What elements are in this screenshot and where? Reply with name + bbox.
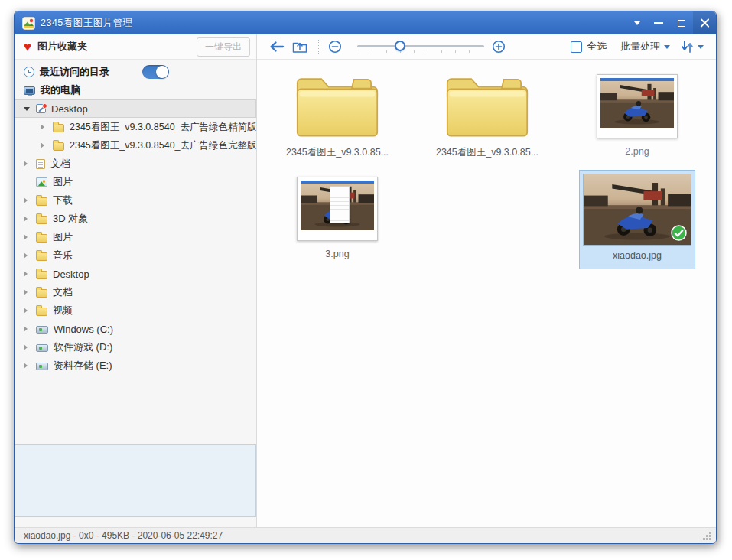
folder-item[interactable]: 2345看图王_v9.3.0.85... (412, 67, 562, 170)
zoom-in-icon (492, 40, 506, 54)
expand-arrow-icon[interactable] (24, 326, 36, 332)
file-label: xiaodao.jpg (613, 250, 662, 261)
image-item-selected[interactable]: xiaodao.jpg (562, 170, 712, 272)
export-button[interactable] (292, 40, 307, 54)
expand-arrow-icon[interactable] (24, 344, 36, 350)
file-label: 3.png (325, 249, 349, 259)
sidebar-item-12[interactable]: 文档 (15, 283, 256, 301)
app-logo-icon (22, 17, 35, 30)
folder-icon (293, 72, 382, 141)
select-all-checkbox[interactable] (571, 41, 582, 53)
expand-arrow-icon[interactable] (41, 142, 53, 148)
toolbar: 全选 批量处理 (257, 34, 716, 60)
zoom-out-button[interactable] (328, 40, 342, 54)
expand-arrow-icon[interactable] (24, 271, 36, 277)
expand-arrow-icon[interactable] (24, 308, 36, 314)
caret-down-icon[interactable] (698, 45, 704, 49)
window-title: 2345看图王图片管理 (41, 17, 627, 30)
picture-icon (36, 177, 47, 187)
titlebar[interactable]: 2345看图王图片管理 (15, 11, 716, 34)
preview-panel (15, 444, 256, 517)
status-text: xiaodao.jpg - 0x0 - 495KB - 2020-06-05 2… (24, 530, 223, 541)
drive-icon (36, 363, 48, 370)
sidebar-item-1[interactable]: 我的电脑 (15, 81, 256, 99)
expand-arrow-icon[interactable] (24, 107, 36, 111)
sidebar-item-8[interactable]: 3D 对象 (15, 210, 256, 228)
desktop-icon (36, 104, 46, 113)
computer-icon (24, 86, 35, 95)
expand-arrow-icon[interactable] (24, 289, 36, 295)
image-thumbnail[interactable] (597, 74, 678, 138)
sort-button[interactable] (681, 41, 694, 53)
sidebar-item-13[interactable]: 视频 (15, 301, 256, 320)
minimize-button[interactable] (647, 11, 670, 34)
sidebar-item-4[interactable]: 2345看图王_v9.3.0.8540_去广告绿色完整版 (15, 136, 256, 155)
sidebar-item-7[interactable]: 下载 (15, 191, 256, 210)
sidebar-item-9[interactable]: 图片 (15, 228, 256, 246)
folder-icon (36, 289, 47, 298)
export-folder-icon (292, 40, 307, 54)
thumbnail-size-slider[interactable] (357, 38, 484, 55)
expand-arrow-icon[interactable] (24, 363, 36, 369)
selected-check-icon (671, 225, 687, 241)
maximize-button[interactable] (670, 11, 693, 34)
folder-icon (36, 271, 47, 279)
expand-arrow-icon[interactable] (24, 216, 36, 222)
back-arrow-icon (268, 41, 285, 53)
sidebar-item-0[interactable]: 最近访问的目录 (15, 63, 256, 81)
favorites-title: 图片收藏夹 (37, 40, 197, 54)
sidebar-item-5[interactable]: 文档 (15, 155, 256, 173)
sidebar-item-10[interactable]: 音乐 (15, 246, 256, 265)
sidebar-item-6[interactable]: 图片 (15, 173, 256, 191)
selection-highlight[interactable]: xiaodao.jpg (579, 170, 695, 269)
folder-icon (36, 252, 47, 261)
heart-icon: ♥ (24, 41, 31, 54)
sidebar-item-11[interactable]: Desktop (15, 265, 256, 283)
export-all-button[interactable]: 一键导出 (197, 37, 250, 57)
statusbar: xiaodao.jpg - 0x0 - 495KB - 2020-06-05 2… (15, 527, 716, 543)
folder-icon (36, 216, 47, 224)
sidebar-item-16[interactable]: 资料存储 (E:) (15, 357, 256, 375)
folder-thumb[interactable] (293, 67, 382, 141)
expand-arrow-icon[interactable] (41, 124, 53, 130)
sidebar-item-15[interactable]: 软件游戏 (D:) (15, 338, 256, 357)
resize-grip[interactable] (703, 531, 712, 540)
image-item[interactable]: 2.png (562, 67, 712, 170)
file-label: 2.png (625, 146, 649, 157)
sort-arrows-icon (681, 41, 694, 53)
folder-item[interactable]: 2345看图王_v9.3.0.85... (262, 67, 412, 170)
file-label: 2345看图王_v9.3.0.85... (286, 146, 389, 159)
back-button[interactable] (268, 41, 285, 53)
folder-icon (53, 124, 64, 132)
titlebar-menu-button[interactable] (627, 11, 647, 34)
sidebar-item-3[interactable]: 2345看图王_v9.3.0.8540_去广告绿色精简版 (15, 118, 256, 136)
zoom-out-icon (328, 40, 342, 54)
close-button[interactable] (693, 11, 716, 34)
select-all-label[interactable]: 全选 (587, 40, 607, 54)
expand-arrow-icon[interactable] (24, 252, 36, 259)
maximize-icon (678, 20, 685, 27)
recent-dirs-toggle[interactable] (142, 65, 169, 79)
image-item[interactable]: 3.png (262, 170, 412, 272)
file-grid: 2345看图王_v9.3.0.85...2345看图王_v9.3.0.85...… (257, 60, 716, 527)
file-label: 2345看图王_v9.3.0.85... (436, 146, 538, 159)
zoom-in-button[interactable] (492, 40, 506, 54)
slider-ticks (359, 50, 483, 53)
folder-icon (36, 234, 47, 243)
folder-icon (443, 72, 532, 141)
expand-arrow-icon[interactable] (24, 161, 36, 167)
folder-icon (36, 308, 47, 316)
expand-arrow-icon[interactable] (24, 234, 36, 240)
minimize-icon (654, 22, 663, 24)
sidebar-item-2[interactable]: Desktop (15, 99, 256, 118)
folder-thumb[interactable] (443, 67, 532, 141)
image-thumbnail[interactable] (297, 177, 378, 241)
slider-track[interactable] (357, 45, 484, 47)
caret-down-icon[interactable] (664, 45, 670, 49)
docs-icon (36, 159, 45, 169)
batch-process-button[interactable]: 批量处理 (620, 40, 660, 54)
toolbar-divider (318, 40, 319, 54)
expand-arrow-icon[interactable] (24, 197, 36, 203)
main-area: 全选 批量处理 2345看图王_v (257, 34, 716, 527)
sidebar-item-14[interactable]: Windows (C:) (15, 320, 256, 338)
